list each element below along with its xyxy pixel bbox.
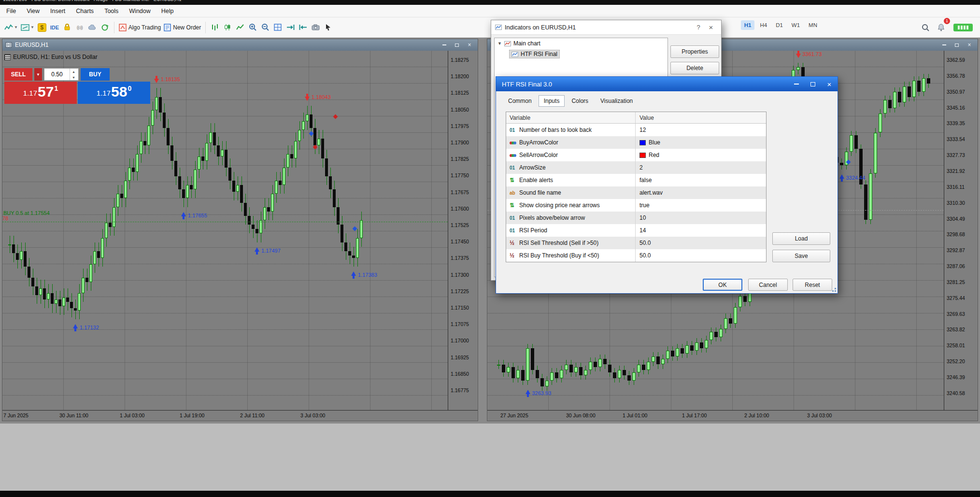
quick-trade-toggle-icon[interactable] [4,54,11,60]
ide-button[interactable]: IDE [48,20,61,35]
volume-input[interactable] [44,69,70,80]
close-button[interactable]: × [964,41,975,49]
buy-button[interactable]: BUY [81,68,110,81]
menu-insert[interactable]: Insert [45,6,71,16]
menu-tools[interactable]: Tools [99,6,124,16]
reset-button[interactable]: Reset [793,279,832,291]
param-value-cell[interactable]: Red [636,149,766,161]
param-value-cell[interactable]: 12 [636,124,766,136]
bar-chart-mode-button[interactable] [209,20,221,35]
close-button[interactable]: × [705,23,717,31]
minimize-button[interactable] [788,77,805,91]
tree-item-htf-rsi-final[interactable]: HTF RSI Final [495,49,668,59]
ok-button[interactable]: OK [703,279,742,291]
zoom-out-button[interactable] [259,20,271,35]
chart-style-dropdown[interactable]: ▼ [3,20,19,35]
param-value-cell[interactable]: 50.0 [636,249,766,262]
price-axis[interactable]: 3362.593356.783350.973345.163339.353333.… [944,51,978,410]
trade-marker-icon[interactable] [309,131,314,136]
properties-button[interactable]: Properties [670,45,719,58]
zoom-in-button[interactable] [246,20,259,35]
save-button[interactable]: Save [772,250,830,262]
price-line[interactable] [2,222,448,222]
notifications-button[interactable]: 1 [935,20,947,35]
menu-file[interactable]: File [1,6,21,16]
tab-colors[interactable]: Colors [566,95,594,107]
help-button[interactable]: ? [692,24,705,31]
signal-arrow-buy[interactable] [73,324,78,331]
tile-windows-button[interactable] [271,20,284,35]
timeframe-h1[interactable]: H1 [741,20,755,30]
sell-dropdown-button[interactable]: ▼ [34,68,42,81]
param-value-cell[interactable]: 14 [636,224,766,237]
signal-arrow-sell[interactable] [796,51,801,58]
trade-marker-icon[interactable] [353,227,357,231]
sell-price[interactable]: 1.17 57 1 [4,82,77,104]
maximize-button[interactable] [952,41,962,49]
new-order-button[interactable]: New Order [162,20,202,35]
volume-up-button[interactable]: ▲ [70,69,77,74]
trade-marker-icon[interactable] [313,145,318,150]
lock-button[interactable] [61,20,73,35]
param-value-cell[interactable]: 10 [636,212,766,224]
delete-button[interactable]: Delete [670,62,719,74]
signal-arrow-buy[interactable] [181,212,186,219]
close-button[interactable]: × [464,41,475,49]
candle-chart-mode-button[interactable] [221,20,234,35]
signal-arrow-buy[interactable] [839,174,844,182]
timeframe-d1[interactable]: D1 [772,20,786,30]
signal-arrow-sell[interactable] [305,94,310,101]
htf-dialog-titlebar[interactable]: HTF RSI Final 3.0 × [496,77,838,91]
menu-window[interactable]: Window [124,6,156,16]
param-value-cell[interactable]: 2 [636,161,766,174]
screenshot-button[interactable] [309,20,322,35]
menu-charts[interactable]: Charts [71,6,99,16]
maximize-button[interactable] [805,77,821,91]
trade-marker-icon[interactable] [333,114,338,119]
tab-visualization[interactable]: Visualization [595,95,638,107]
minimize-button[interactable] [439,41,450,49]
tree-item-main-chart[interactable]: ▼ Main chart [495,38,668,49]
param-value-cell[interactable]: alert.wav [636,186,766,199]
signal-arrow-sell[interactable] [154,76,159,83]
signal-arrow-buy[interactable] [526,390,530,397]
maximize-button[interactable] [452,41,462,49]
buy-price[interactable]: 1.17 58 0 [78,82,150,104]
chart-area-eurusd[interactable]: 1.181351.180431.176551.174971.173831.171… [2,51,478,410]
tab-inputs[interactable]: Inputs [539,95,565,107]
cursor-mode-button[interactable] [322,20,334,35]
timeframe-w1[interactable]: W1 [788,20,803,30]
time-axis[interactable]: 7 Jun 202530 Jun 11:001 Jul 03:001 Jul 1… [2,410,478,421]
signal-arrow-buy[interactable] [255,247,259,255]
menu-view[interactable]: View [21,6,45,16]
menu-help[interactable]: Help [156,6,179,16]
price-axis[interactable]: 1.182751.182001.181251.180501.179751.179… [448,51,478,410]
resize-grip[interactable] [830,286,836,292]
market-watch-button[interactable]: $ [36,20,48,35]
shift-end-button[interactable] [284,20,297,35]
indicators-dialog-titlebar[interactable]: Indicators on EURUSD,H1 ? × [491,20,721,35]
time-axis[interactable]: 27 Jun 202530 Jun 08:001 Jul 01:001 Jul … [487,410,978,421]
signal-button[interactable]: ((o)) [73,20,86,35]
connection-status[interactable] [950,20,976,35]
chart-titlebar[interactable]: EURUSD,H1 × [2,39,478,51]
cloud-button[interactable] [86,20,99,35]
signal-arrow-buy[interactable] [351,271,356,279]
param-value-cell[interactable]: Blue [636,136,766,149]
load-button[interactable]: Load [772,232,830,245]
algo-trading-button[interactable]: Algo Trading [117,20,162,35]
timeframe-h4[interactable]: H4 [756,20,770,30]
minimize-button[interactable] [939,41,950,49]
shift-back-button[interactable] [297,20,309,35]
param-value-cell[interactable]: true [636,199,766,212]
close-button[interactable]: × [821,77,838,91]
search-button[interactable] [919,20,932,35]
tab-common[interactable]: Common [503,95,537,107]
cancel-button[interactable]: Cancel [748,279,788,291]
param-value-cell[interactable]: false [636,174,766,186]
community-button[interactable] [99,20,111,35]
chart-window-dropdown[interactable]: ▼ [19,20,36,35]
sell-button[interactable]: SELL [4,68,32,81]
line-chart-mode-button[interactable] [234,20,246,35]
param-value-cell[interactable]: 50.0 [636,237,766,249]
